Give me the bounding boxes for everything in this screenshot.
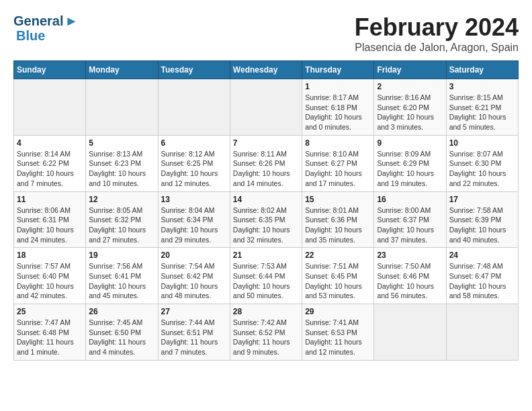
calendar-cell (158, 79, 230, 136)
day-number: 9 (377, 138, 443, 148)
day-number: 25 (17, 307, 83, 316)
day-number: 22 (305, 250, 371, 260)
day-number: 14 (233, 195, 299, 204)
day-number: 2 (377, 82, 443, 91)
day-number: 18 (17, 250, 83, 260)
day-info: Sunrise: 7:54 AM Sunset: 6:42 PM Dayligh… (161, 261, 227, 301)
calendar-cell: 6Sunrise: 8:12 AM Sunset: 6:25 PM Daylig… (158, 135, 230, 191)
day-number: 10 (449, 138, 515, 148)
day-info: Sunrise: 7:47 AM Sunset: 6:48 PM Dayligh… (17, 318, 83, 357)
calendar-cell: 21Sunrise: 7:53 AM Sunset: 6:44 PM Dayli… (230, 248, 302, 304)
calendar-week-4: 25Sunrise: 7:47 AM Sunset: 6:48 PM Dayli… (14, 304, 519, 361)
calendar-cell: 12Sunrise: 8:05 AM Sunset: 6:32 PM Dayli… (86, 191, 158, 248)
day-number: 1 (305, 82, 371, 91)
day-number: 12 (89, 195, 154, 204)
day-info: Sunrise: 8:07 AM Sunset: 6:30 PM Dayligh… (449, 149, 515, 189)
day-number: 13 (161, 195, 227, 204)
logo: General ► Blue (13, 13, 78, 43)
calendar-cell: 25Sunrise: 7:47 AM Sunset: 6:48 PM Dayli… (14, 304, 86, 361)
calendar-cell: 20Sunrise: 7:54 AM Sunset: 6:42 PM Dayli… (158, 248, 230, 304)
calendar-cell (446, 304, 518, 361)
day-number: 8 (305, 138, 371, 148)
day-number: 19 (89, 250, 154, 260)
day-info: Sunrise: 7:44 AM Sunset: 6:51 PM Dayligh… (161, 318, 227, 357)
calendar-cell: 16Sunrise: 8:00 AM Sunset: 6:37 PM Dayli… (374, 191, 446, 248)
day-number: 3 (449, 82, 515, 91)
calendar-cell: 24Sunrise: 7:48 AM Sunset: 6:47 PM Dayli… (446, 248, 518, 304)
day-info: Sunrise: 8:09 AM Sunset: 6:29 PM Dayligh… (377, 149, 443, 189)
day-info: Sunrise: 7:58 AM Sunset: 6:39 PM Dayligh… (449, 205, 515, 245)
day-info: Sunrise: 7:57 AM Sunset: 6:40 PM Dayligh… (17, 261, 83, 301)
calendar-cell (230, 79, 302, 136)
logo-general: General (13, 13, 63, 28)
title-section: February 2024 Plasencia de Jalon, Aragon… (355, 13, 519, 54)
calendar-cell: 23Sunrise: 7:50 AM Sunset: 6:46 PM Dayli… (374, 248, 446, 304)
day-number: 11 (17, 195, 83, 204)
header: General ► Blue February 2024 Plasencia d… (13, 13, 519, 54)
day-number: 24 (449, 250, 515, 260)
calendar-cell: 27Sunrise: 7:44 AM Sunset: 6:51 PM Dayli… (158, 304, 230, 361)
day-number: 4 (17, 138, 83, 148)
calendar-table: Sunday Monday Tuesday Wednesday Thursday… (13, 60, 519, 361)
day-info: Sunrise: 7:42 AM Sunset: 6:52 PM Dayligh… (233, 318, 299, 357)
header-monday: Monday (86, 61, 158, 79)
header-saturday: Saturday (446, 61, 518, 79)
day-number: 20 (161, 250, 227, 260)
calendar-subtitle: Plasencia de Jalon, Aragon, Spain (355, 42, 519, 54)
day-info: Sunrise: 8:10 AM Sunset: 6:27 PM Dayligh… (305, 149, 371, 189)
calendar-cell: 3Sunrise: 8:15 AM Sunset: 6:21 PM Daylig… (446, 79, 518, 136)
day-info: Sunrise: 8:11 AM Sunset: 6:26 PM Dayligh… (233, 149, 299, 189)
calendar-cell: 15Sunrise: 8:01 AM Sunset: 6:36 PM Dayli… (302, 191, 374, 248)
calendar-cell: 19Sunrise: 7:56 AM Sunset: 6:41 PM Dayli… (86, 248, 158, 304)
calendar-cell: 13Sunrise: 8:04 AM Sunset: 6:34 PM Dayli… (158, 191, 230, 248)
day-info: Sunrise: 7:51 AM Sunset: 6:45 PM Dayligh… (305, 261, 371, 301)
calendar-cell: 22Sunrise: 7:51 AM Sunset: 6:45 PM Dayli… (302, 248, 374, 304)
header-thursday: Thursday (302, 61, 374, 79)
calendar-cell: 26Sunrise: 7:45 AM Sunset: 6:50 PM Dayli… (86, 304, 158, 361)
header-sunday: Sunday (14, 61, 86, 79)
day-info: Sunrise: 8:00 AM Sunset: 6:37 PM Dayligh… (377, 205, 443, 245)
day-info: Sunrise: 8:14 AM Sunset: 6:22 PM Dayligh… (17, 149, 83, 189)
day-info: Sunrise: 8:05 AM Sunset: 6:32 PM Dayligh… (89, 205, 154, 245)
logo-bird-icon: ► (64, 13, 78, 28)
day-number: 29 (305, 307, 371, 316)
day-number: 15 (305, 195, 371, 204)
calendar-cell: 2Sunrise: 8:16 AM Sunset: 6:20 PM Daylig… (374, 79, 446, 136)
calendar-cell (374, 304, 446, 361)
day-info: Sunrise: 8:15 AM Sunset: 6:21 PM Dayligh… (449, 93, 515, 132)
day-number: 16 (377, 195, 443, 204)
day-number: 23 (377, 250, 443, 260)
calendar-cell: 5Sunrise: 8:13 AM Sunset: 6:23 PM Daylig… (86, 135, 158, 191)
calendar-week-2: 11Sunrise: 8:06 AM Sunset: 6:31 PM Dayli… (14, 191, 519, 248)
day-info: Sunrise: 8:04 AM Sunset: 6:34 PM Dayligh… (161, 205, 227, 245)
calendar-cell: 28Sunrise: 7:42 AM Sunset: 6:52 PM Dayli… (230, 304, 302, 361)
calendar-cell: 29Sunrise: 7:41 AM Sunset: 6:53 PM Dayli… (302, 304, 374, 361)
day-info: Sunrise: 7:56 AM Sunset: 6:41 PM Dayligh… (89, 261, 154, 301)
logo-blue: Blue (16, 28, 78, 43)
calendar-cell: 8Sunrise: 8:10 AM Sunset: 6:27 PM Daylig… (302, 135, 374, 191)
day-info: Sunrise: 7:48 AM Sunset: 6:47 PM Dayligh… (449, 261, 515, 301)
calendar-week-1: 4Sunrise: 8:14 AM Sunset: 6:22 PM Daylig… (14, 135, 519, 191)
day-number: 5 (89, 138, 154, 148)
header-wednesday: Wednesday (230, 61, 302, 79)
day-info: Sunrise: 8:12 AM Sunset: 6:25 PM Dayligh… (161, 149, 227, 189)
calendar-cell: 4Sunrise: 8:14 AM Sunset: 6:22 PM Daylig… (14, 135, 86, 191)
day-number: 7 (233, 138, 299, 148)
calendar-cell (86, 79, 158, 136)
day-number: 28 (233, 307, 299, 316)
calendar-cell: 9Sunrise: 8:09 AM Sunset: 6:29 PM Daylig… (374, 135, 446, 191)
day-number: 21 (233, 250, 299, 260)
day-number: 6 (161, 138, 227, 148)
calendar-week-0: 1Sunrise: 8:17 AM Sunset: 6:18 PM Daylig… (14, 79, 519, 136)
calendar-cell: 11Sunrise: 8:06 AM Sunset: 6:31 PM Dayli… (14, 191, 86, 248)
calendar-cell: 1Sunrise: 8:17 AM Sunset: 6:18 PM Daylig… (302, 79, 374, 136)
day-number: 26 (89, 307, 154, 316)
calendar-cell: 17Sunrise: 7:58 AM Sunset: 6:39 PM Dayli… (446, 191, 518, 248)
day-info: Sunrise: 7:50 AM Sunset: 6:46 PM Dayligh… (377, 261, 443, 301)
day-info: Sunrise: 8:02 AM Sunset: 6:35 PM Dayligh… (233, 205, 299, 245)
day-info: Sunrise: 8:01 AM Sunset: 6:36 PM Dayligh… (305, 205, 371, 245)
calendar-cell: 18Sunrise: 7:57 AM Sunset: 6:40 PM Dayli… (14, 248, 86, 304)
header-friday: Friday (374, 61, 446, 79)
calendar-week-3: 18Sunrise: 7:57 AM Sunset: 6:40 PM Dayli… (14, 248, 519, 304)
calendar-title: February 2024 (355, 13, 519, 42)
